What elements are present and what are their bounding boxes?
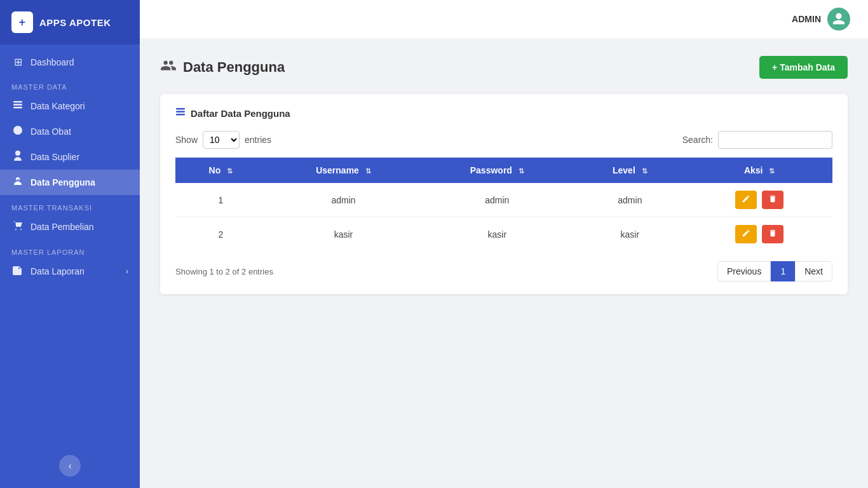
app-name: APPS APOTEK	[39, 17, 111, 28]
search-wrap: Search:	[682, 131, 832, 149]
svg-rect-5	[176, 111, 185, 113]
show-entries-wrap: Show 10 25 50 100 entries	[175, 131, 271, 149]
logo-icon: +	[11, 11, 33, 33]
sort-no-icon: ⇅	[227, 167, 233, 175]
sidebar-item-label: Data Pembelian	[31, 222, 94, 232]
data-table: No ⇅ Username ⇅ Password ⇅ Level ⇅ Aksi …	[175, 158, 832, 251]
suplier-icon	[11, 151, 24, 163]
page-title-wrap: Data Pengguna	[160, 57, 285, 78]
topbar: ADMIN	[140, 0, 868, 38]
col-no[interactable]: No ⇅	[175, 158, 266, 183]
sidebar-item-label: Data Kategori	[31, 101, 85, 111]
col-level[interactable]: Level ⇅	[573, 158, 686, 183]
sidebar-nav: ⊞ Dashboard MASTER DATA Data Kategori Da…	[0, 44, 140, 447]
sidebar-item-data-laporan[interactable]: Data Laporan ›	[0, 259, 140, 284]
table-row: 2 kasir kasir kasir	[175, 217, 832, 252]
svg-rect-1	[13, 104, 22, 106]
sidebar-item-data-obat[interactable]: Data Obat	[0, 119, 140, 144]
sort-password-icon: ⇅	[519, 167, 524, 175]
cell-no: 1	[175, 183, 266, 217]
sidebar-collapse-button[interactable]: ‹	[59, 455, 81, 477]
kategori-icon	[11, 100, 24, 112]
section-master-data: MASTER DATA	[0, 74, 140, 93]
next-button[interactable]: Next	[795, 261, 832, 281]
pengguna-icon	[11, 176, 24, 189]
cell-level: kasir	[573, 217, 686, 252]
previous-button[interactable]: Previous	[717, 261, 771, 281]
cell-aksi	[686, 217, 832, 252]
data-card: Daftar Data Pengguna Show 10 25 50 100 e…	[160, 94, 848, 294]
delete-button[interactable]	[762, 225, 783, 243]
sidebar-item-label: Data Suplier	[31, 152, 79, 162]
collapse-icon: ‹	[69, 461, 72, 471]
showing-text: Showing 1 to 2 of 2 entries	[175, 267, 273, 276]
page-header: Data Pengguna + Tambah Data	[160, 56, 848, 79]
sort-username-icon: ⇅	[365, 167, 371, 175]
show-label: Show	[175, 135, 198, 145]
svg-rect-4	[176, 108, 185, 110]
cell-password: admin	[421, 183, 573, 217]
svg-rect-2	[13, 107, 22, 109]
pagination: Previous 1 Next	[717, 261, 832, 281]
col-aksi: Aksi ⇅	[686, 158, 832, 183]
edit-button[interactable]	[735, 191, 757, 209]
cell-aksi	[686, 183, 832, 217]
table-head: No ⇅ Username ⇅ Password ⇅ Level ⇅ Aksi …	[175, 158, 832, 183]
obat-icon	[11, 125, 24, 138]
page-1-button[interactable]: 1	[771, 261, 795, 281]
svg-rect-6	[176, 114, 185, 116]
sort-aksi-icon: ⇅	[769, 167, 775, 175]
sidebar: + APPS APOTEK ⊞ Dashboard MASTER DATA Da…	[0, 0, 140, 488]
sidebar-logo[interactable]: + APPS APOTEK	[0, 0, 140, 44]
page-title-icon	[160, 57, 177, 78]
search-label: Search:	[682, 135, 713, 145]
col-password[interactable]: Password ⇅	[421, 158, 573, 183]
delete-button[interactable]	[762, 191, 783, 209]
cell-username: kasir	[266, 217, 421, 252]
dashboard-icon: ⊞	[11, 56, 24, 68]
entries-label: entries	[245, 135, 271, 145]
cell-no: 2	[175, 217, 266, 252]
topbar-user[interactable]: ADMIN	[792, 8, 850, 30]
section-master-transaksi: MASTER TRANSAKSI	[0, 195, 140, 214]
sidebar-item-label: Data Obat	[31, 126, 71, 137]
sidebar-item-dashboard[interactable]: ⊞ Dashboard	[0, 50, 140, 74]
pembelian-icon	[11, 220, 24, 233]
edit-button[interactable]	[735, 225, 757, 243]
laporan-icon	[11, 265, 24, 278]
search-input[interactable]	[718, 131, 832, 149]
table-row: 1 admin admin admin	[175, 183, 832, 217]
cell-password: kasir	[421, 217, 573, 252]
sidebar-item-data-suplier[interactable]: Data Suplier	[0, 144, 140, 170]
sidebar-item-data-pengguna[interactable]: Data Pengguna	[0, 170, 140, 195]
col-username[interactable]: Username ⇅	[266, 158, 421, 183]
sidebar-item-data-pembelian[interactable]: Data Pembelian	[0, 214, 140, 240]
sidebar-item-label: Data Laporan	[31, 266, 85, 276]
main-area: ADMIN Data Pengguna + Tambah Data	[140, 0, 868, 488]
svg-point-3	[13, 126, 22, 135]
entries-select[interactable]: 10 25 50 100	[203, 131, 240, 149]
page-title: Data Pengguna	[183, 59, 285, 76]
svg-rect-0	[13, 101, 22, 103]
cell-level: admin	[573, 183, 686, 217]
sidebar-item-label: Data Pengguna	[31, 177, 95, 187]
card-header-label: Daftar Data Pengguna	[191, 108, 290, 119]
sidebar-item-label: Dashboard	[31, 57, 74, 67]
table-controls: Show 10 25 50 100 entries Search:	[175, 131, 832, 149]
card-header: Daftar Data Pengguna	[175, 107, 832, 119]
username-label: ADMIN	[792, 14, 821, 24]
card-header-icon	[175, 107, 186, 119]
sort-level-icon: ⇅	[642, 167, 648, 175]
section-master-laporan: MASTER LAPORAN	[0, 240, 140, 259]
content-area: Data Pengguna + Tambah Data Daftar Data …	[140, 38, 868, 488]
chevron-right-icon: ›	[126, 267, 128, 276]
sidebar-item-data-kategori[interactable]: Data Kategori	[0, 93, 140, 119]
avatar	[827, 8, 850, 30]
cell-username: admin	[266, 183, 421, 217]
add-data-button[interactable]: + Tambah Data	[759, 56, 848, 79]
table-header-row: No ⇅ Username ⇅ Password ⇅ Level ⇅ Aksi …	[175, 158, 832, 183]
table-body: 1 admin admin admin 2 kasir kasir kasir	[175, 183, 832, 251]
pagination-wrap: Showing 1 to 2 of 2 entries Previous 1 N…	[175, 261, 832, 281]
